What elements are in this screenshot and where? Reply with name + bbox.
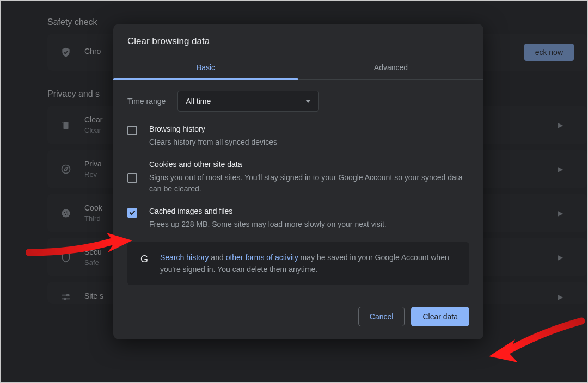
svg-point-4: [65, 214, 66, 215]
option-desc: Signs you out of most sites. You'll stay…: [149, 172, 469, 195]
clear-browsing-data-modal: Clear browsing data Basic Advanced Time …: [113, 24, 483, 339]
account-notice: G Search history and other forms of acti…: [127, 242, 469, 285]
search-history-link[interactable]: Search history: [160, 253, 209, 262]
time-range-value: All time: [186, 97, 211, 106]
checkbox-browsing-history[interactable]: [127, 126, 137, 135]
notice-text: Search history and other forms of activi…: [160, 252, 458, 275]
other-activity-link[interactable]: other forms of activity: [226, 253, 298, 262]
shield-outline-icon: [60, 252, 71, 263]
cancel-button[interactable]: Cancel: [358, 307, 405, 326]
modal-title: Clear browsing data: [113, 24, 483, 55]
option-cached-images[interactable]: Cached images and files Frees up 228 MB.…: [127, 207, 469, 230]
tab-basic[interactable]: Basic: [113, 55, 298, 79]
checkbox-cached-images[interactable]: [127, 208, 137, 218]
clear-data-button[interactable]: Clear data: [411, 307, 469, 326]
google-icon: G: [138, 253, 150, 265]
option-desc: Frees up 228 MB. Some sites may load mor…: [149, 219, 387, 230]
chevron-right-icon: ▶: [558, 209, 563, 217]
check-icon: [128, 209, 136, 217]
option-title: Cached images and files: [149, 207, 387, 215]
option-title: Browsing history: [149, 125, 277, 133]
modal-tabs: Basic Advanced: [113, 55, 483, 80]
check-now-button[interactable]: eck now: [524, 44, 574, 61]
svg-point-1: [62, 209, 70, 217]
chevron-right-icon: ▶: [558, 293, 563, 301]
svg-point-2: [64, 212, 65, 213]
time-range-select[interactable]: All time: [177, 91, 319, 112]
svg-point-3: [66, 211, 68, 212]
shield-icon: [60, 47, 71, 58]
chevron-right-icon: ▶: [558, 165, 563, 173]
svg-point-6: [67, 294, 69, 296]
option-title: Cookies and other site data: [149, 160, 469, 169]
trash-icon: [60, 120, 71, 131]
sliders-icon: [60, 292, 71, 302]
option-browsing-history[interactable]: Browsing history Clears history from all…: [127, 125, 469, 148]
option-cookies[interactable]: Cookies and other site data Signs you ou…: [127, 160, 469, 195]
cookie-icon: [60, 208, 71, 219]
svg-point-5: [67, 213, 68, 214]
tab-advanced[interactable]: Advanced: [298, 55, 483, 79]
checkbox-cookies[interactable]: [127, 173, 137, 183]
time-range-label: Time range: [127, 97, 166, 106]
svg-point-7: [64, 298, 66, 300]
chevron-down-icon: [305, 100, 311, 103]
compass-icon: [60, 164, 71, 175]
chevron-right-icon: ▶: [558, 254, 563, 261]
option-desc: Clears history from all synced devices: [149, 137, 277, 148]
svg-point-0: [62, 165, 70, 173]
chevron-right-icon: ▶: [558, 121, 563, 129]
